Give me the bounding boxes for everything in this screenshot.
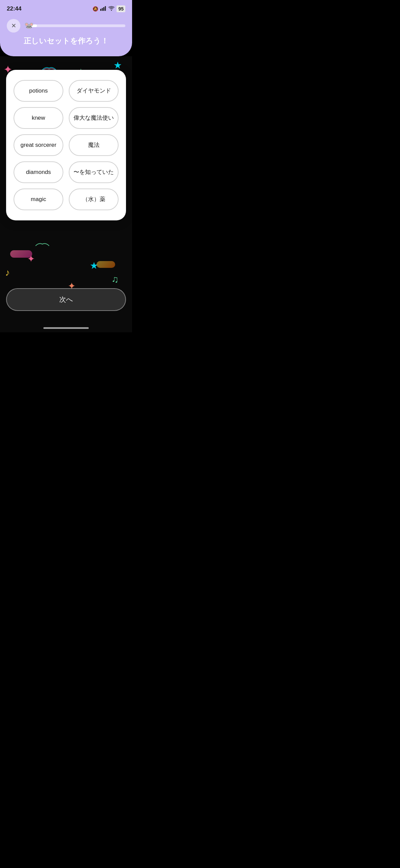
word-btn-great-sorcerer[interactable]: great sorcerer xyxy=(14,134,63,156)
next-button[interactable]: 次へ xyxy=(6,288,126,311)
word-btn-potions-jp[interactable]: （水）薬 xyxy=(69,189,119,210)
signal-icon xyxy=(100,6,106,12)
header-top: ✕ 🐭 xyxy=(7,19,125,33)
bell-icon: 🔕 xyxy=(92,6,98,12)
home-indicator xyxy=(43,327,89,329)
word-btn-magic[interactable]: magic xyxy=(14,189,63,210)
battery-icon: 95 xyxy=(117,5,125,12)
word-btn-knew[interactable]: knew xyxy=(14,107,63,129)
next-btn-container: 次へ xyxy=(0,281,132,324)
svg-rect-2 xyxy=(103,7,104,11)
progress-track xyxy=(29,24,125,27)
bg-scene: ✦ ♪ ★ ✦ ♫ ♪ ✦ ♪ ✦ ♫ ★ ✦ potion xyxy=(0,56,132,332)
close-icon: ✕ xyxy=(11,22,16,29)
close-button[interactable]: ✕ xyxy=(7,19,20,33)
word-btn-diamond-jp[interactable]: ダイヤモンド xyxy=(69,80,119,102)
header: ✕ 🐭 正しいセットを作ろう！ xyxy=(0,16,132,56)
svg-rect-3 xyxy=(105,6,106,11)
word-btn-potions[interactable]: potions xyxy=(14,80,63,102)
svg-point-4 xyxy=(111,9,112,11)
svg-rect-1 xyxy=(102,8,103,11)
word-btn-diamonds[interactable]: diamonds xyxy=(14,161,63,183)
mickey-icon: 🐭 xyxy=(24,21,34,30)
status-icons: 🔕 95 xyxy=(92,5,125,12)
svg-rect-0 xyxy=(100,9,101,11)
status-bar: 22:44 🔕 95 xyxy=(0,0,132,16)
header-title: 正しいセットを作ろう！ xyxy=(24,36,108,46)
progress-bar-container: 🐭 xyxy=(24,24,125,27)
word-btn-knew-jp[interactable]: 〜を知っていた xyxy=(69,161,119,183)
word-grid: potions ダイヤモンド knew 偉大な魔法使い great sorcer… xyxy=(14,80,119,210)
word-card: potions ダイヤモンド knew 偉大な魔法使い great sorcer… xyxy=(6,70,126,220)
deco-3: ★ xyxy=(113,60,122,71)
word-btn-great-sorcerer-jp[interactable]: 偉大な魔法使い xyxy=(69,107,119,129)
status-time: 22:44 xyxy=(7,5,21,12)
word-btn-magic-jp[interactable]: 魔法 xyxy=(69,134,119,156)
wifi-icon xyxy=(108,6,114,12)
